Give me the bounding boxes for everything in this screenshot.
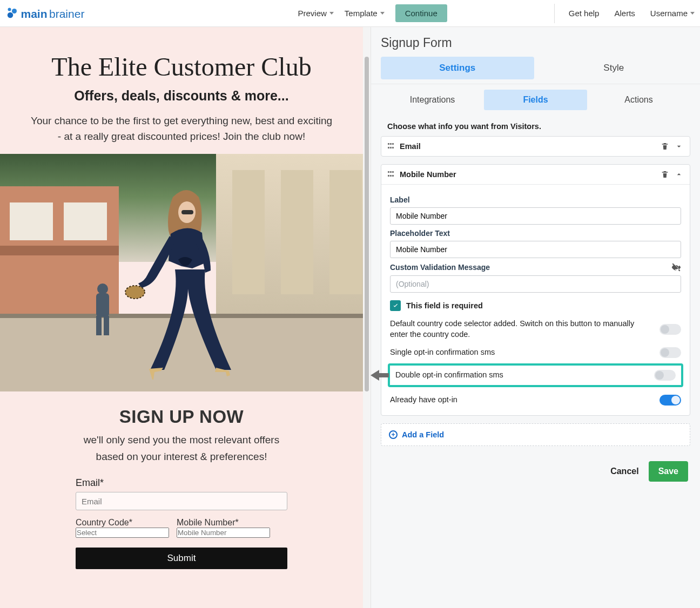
svg-rect-18 (96, 316, 102, 335)
chevron-down-icon (690, 12, 695, 15)
template-label: Template (345, 9, 378, 18)
svg-rect-19 (104, 316, 109, 335)
hero-title: The Elite Customer Club (22, 52, 341, 82)
brand-logo: main brainer (4, 4, 103, 23)
opt-double-label: Double opt-in confirmation sms (395, 370, 648, 381)
landing-preview: The Elite Customer Club Offers, deals, d… (0, 27, 363, 608)
label-input[interactable] (390, 207, 681, 225)
trash-icon[interactable] (661, 170, 669, 179)
preview-label: Preview (298, 9, 326, 18)
chevron-up-icon[interactable] (675, 170, 683, 179)
email-input[interactable] (76, 492, 287, 510)
panel-title: Signup Form (371, 27, 700, 57)
hero-image (0, 154, 363, 391)
cancel-button[interactable]: Cancel (610, 467, 638, 476)
toggle-double-optin[interactable] (654, 370, 676, 381)
drag-handle-icon[interactable] (388, 171, 394, 178)
tab-integrations[interactable]: Integrations (381, 90, 484, 110)
callout-arrow-icon (371, 369, 389, 384)
svg-point-1 (12, 9, 17, 13)
field-card-email: Email (381, 136, 690, 157)
field-mobile-title: Mobile Number (400, 170, 456, 179)
visibility-off-icon[interactable] (671, 262, 681, 272)
svg-rect-14 (0, 316, 363, 391)
required-label: This field is required (406, 301, 483, 310)
svg-text:brainer: brainer (49, 7, 84, 19)
add-field-label: Add a Field (402, 430, 444, 439)
signup-title: SIGN UP NOW (76, 407, 287, 427)
hero-lead-2: - at a really great discounted prices! J… (22, 129, 341, 145)
chevron-down-icon[interactable] (675, 142, 683, 151)
svg-text:main: main (21, 7, 48, 19)
username-label: Username (650, 9, 688, 18)
tab-actions[interactable]: Actions (587, 90, 690, 110)
svg-rect-8 (64, 202, 107, 240)
mobile-number-input[interactable] (177, 528, 270, 538)
drag-handle-icon[interactable] (388, 143, 394, 150)
country-code-select[interactable] (76, 528, 169, 538)
mobile-number-label: Mobile Number* (177, 518, 239, 527)
get-help-link[interactable]: Get help (569, 9, 600, 18)
secondary-tabs: Integrations Fields Actions (371, 84, 700, 110)
username-dropdown[interactable]: Username (650, 9, 695, 18)
svg-rect-11 (232, 170, 265, 294)
submit-button[interactable]: Submit (76, 548, 287, 569)
placeholder-label: Placeholder Text (390, 229, 681, 238)
signup-sub-1: we'll only send you the most relevant of… (76, 433, 287, 448)
svg-point-16 (97, 283, 108, 294)
svg-rect-9 (0, 246, 119, 255)
toggle-country-code[interactable] (659, 324, 681, 335)
highlighted-double-optin: Double opt-in confirmation sms (388, 363, 683, 387)
email-label: Email* (76, 477, 287, 489)
svg-rect-21 (181, 210, 193, 214)
primary-tabs: Settings Style (371, 57, 700, 84)
settings-panel: Signup Form Settings Style Integrations … (371, 27, 700, 608)
hero-lead-1: Your chance to be the first to get every… (22, 113, 341, 129)
template-dropdown[interactable]: Template (345, 9, 385, 18)
country-code-label: Country Code* (76, 518, 132, 527)
save-button[interactable]: Save (649, 461, 688, 482)
svg-point-0 (8, 8, 11, 11)
svg-rect-7 (10, 202, 53, 240)
tab-style[interactable]: Style (537, 57, 691, 84)
toggle-already-optin[interactable] (659, 395, 681, 406)
chevron-down-icon (380, 12, 385, 15)
preview-scrollbar[interactable] (363, 27, 371, 608)
preview-dropdown[interactable]: Preview (298, 9, 333, 18)
cvm-label: Custom Validation Message (390, 263, 490, 272)
add-field-button[interactable]: + Add a Field (381, 423, 690, 446)
plus-icon: + (389, 430, 398, 439)
svg-rect-12 (281, 170, 313, 294)
svg-marker-24 (371, 370, 389, 381)
tab-fields[interactable]: Fields (484, 90, 587, 110)
field-card-mobile: Mobile Number Label Placeholder Text Cus… (381, 164, 690, 416)
continue-button[interactable]: Continue (395, 4, 447, 22)
alerts-link[interactable]: Alerts (614, 9, 635, 18)
field-email-title: Email (400, 142, 421, 151)
signup-sub-2: based on your interest & preferences! (76, 449, 287, 465)
scrollbar-thumb[interactable] (365, 57, 369, 391)
opt-country-label: Default country code selector added. Swi… (390, 319, 653, 340)
placeholder-input[interactable] (390, 241, 681, 258)
svg-rect-13 (329, 170, 362, 294)
opt-single-label: Single opt-in confirmation sms (390, 347, 653, 358)
tab-settings[interactable]: Settings (381, 57, 534, 79)
svg-rect-17 (96, 293, 109, 317)
hero-subtitle: Offers, deals, discounts & more... (22, 88, 341, 104)
chevron-down-icon (329, 12, 334, 15)
label-label: Label (390, 195, 681, 204)
divider (554, 4, 555, 23)
required-checkbox[interactable] (390, 300, 401, 311)
fields-intro: Choose what info you want from Visitors. (371, 110, 700, 136)
cvm-input[interactable] (390, 275, 681, 293)
trash-icon[interactable] (661, 142, 669, 151)
opt-already-label: Already have opt-in (390, 395, 653, 406)
svg-point-2 (8, 12, 14, 18)
toggle-single-optin[interactable] (659, 347, 681, 358)
topbar: main brainer Preview Template Continue G… (0, 0, 700, 27)
